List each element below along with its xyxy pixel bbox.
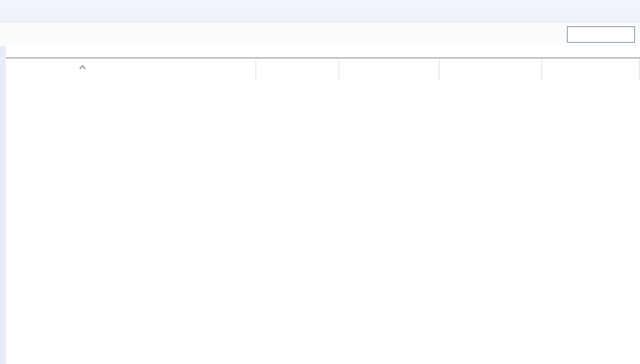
column-header-element[interactable] — [0, 58, 256, 80]
column-header-missed-blocks[interactable] — [440, 58, 542, 80]
sort-ascending-icon — [79, 61, 86, 72]
column-header-total-blocks[interactable] — [542, 58, 640, 80]
column-header-coverage[interactable] — [256, 58, 339, 80]
view-left-margin — [0, 46, 6, 364]
table-header — [0, 58, 640, 80]
view-tab-bar — [0, 0, 640, 23]
filter-coverage-input[interactable] — [567, 26, 635, 43]
session-label — [0, 46, 640, 58]
column-header-covered-blocks[interactable] — [339, 58, 440, 80]
code-coverage-view — [0, 0, 640, 364]
coverage-toolbar — [0, 23, 640, 46]
